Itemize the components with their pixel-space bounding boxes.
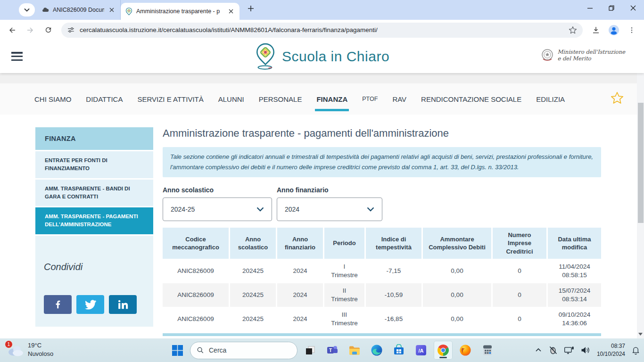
display-network-icon[interactable] bbox=[564, 346, 574, 355]
edge-icon bbox=[371, 344, 383, 356]
tab-search-button[interactable] bbox=[19, 3, 35, 16]
taskbar-search[interactable]: Cerca bbox=[190, 342, 297, 359]
table-footer-bar bbox=[163, 333, 601, 336]
weather-widget[interactable]: 1 19°C Nuvoloso bbox=[7, 341, 53, 358]
profile-avatar[interactable] bbox=[606, 23, 621, 38]
tray-chevron-up-icon[interactable] bbox=[535, 346, 542, 354]
school-year-filter: Anno scolastico 2024-25 bbox=[163, 186, 272, 221]
tab-close-button[interactable] bbox=[227, 8, 235, 15]
forward-button[interactable] bbox=[23, 23, 38, 38]
table-cell: III Trimestre bbox=[324, 307, 364, 331]
nav-item-finanza[interactable]: FINANZA bbox=[316, 95, 347, 103]
table-cell: 202425 bbox=[230, 283, 276, 307]
tab-close-button[interactable] bbox=[108, 6, 116, 14]
firefox-icon bbox=[459, 344, 471, 356]
table-cell: 0 bbox=[493, 259, 546, 283]
school-year-value: 2024-25 bbox=[171, 206, 195, 213]
facebook-icon bbox=[53, 299, 63, 310]
nav-item-edilizia[interactable]: EDILIZIA bbox=[536, 95, 565, 103]
window-controls bbox=[579, 0, 644, 16]
address-bar[interactable]: cercalatuascuola.istruzione.it/cercalatu… bbox=[61, 23, 583, 38]
nav-item-rendicontazione[interactable]: RENDICONTAZIONE SOCIALE bbox=[421, 95, 521, 103]
ministry-emblem-icon bbox=[540, 48, 555, 63]
new-tab-button[interactable] bbox=[244, 2, 257, 15]
nav-item-ptof[interactable]: PTOF bbox=[362, 96, 378, 102]
microsoft-store-button[interactable] bbox=[389, 341, 408, 360]
reload-button[interactable] bbox=[41, 23, 56, 38]
downloads-button[interactable] bbox=[588, 23, 603, 38]
chevron-down-icon bbox=[367, 207, 374, 212]
scroll-down-arrow[interactable] bbox=[637, 330, 644, 337]
nav-item-personale[interactable]: PERSONALE bbox=[259, 95, 302, 103]
site-logo-text: Scuola in Chiaro bbox=[282, 49, 389, 65]
table-header-cell: Anno finanziario bbox=[277, 228, 323, 259]
fiscal-year-filter: Anno finanziario 2024 bbox=[277, 186, 382, 221]
facebook-share-button[interactable] bbox=[44, 295, 72, 314]
linkedin-share-button[interactable] bbox=[109, 295, 137, 314]
nav-item-rav[interactable]: RAV bbox=[392, 95, 406, 103]
browser-tab-inactive[interactable]: ANIC826009 Documenti in DA S bbox=[37, 0, 121, 20]
twitter-share-button[interactable] bbox=[76, 295, 104, 314]
teams-icon: T bbox=[326, 344, 339, 356]
nav-item-servizi[interactable]: SERVIZI E ATTIVITÀ bbox=[137, 95, 203, 103]
payments-table: Codice meccanografico Anno scolastico An… bbox=[163, 228, 601, 336]
teams-app-button[interactable]: T bbox=[323, 341, 342, 360]
page-scrollbar[interactable] bbox=[637, 40, 644, 338]
windows-taskbar: 1 19°C Nuvoloso Cerca T bbox=[0, 338, 644, 362]
tab-title: Amministrazione trasparente - p bbox=[136, 8, 223, 15]
table-cell: 202425 bbox=[230, 307, 276, 331]
sidebar-item-pagamenti[interactable]: AMM. TRASPARENTE - PAGAMENTI DELL'AMMINI… bbox=[35, 207, 153, 234]
linkedin-icon bbox=[118, 299, 128, 310]
content-area: FINANZA ENTRATE PER FONTI DI FINANZIAMEN… bbox=[0, 115, 644, 336]
firefox-browser-button[interactable] bbox=[456, 341, 475, 360]
table-cell: 15/07/2024 08:53:14 bbox=[548, 283, 601, 307]
table-row: ANIC826009 202425 2024 II Trimestre -10,… bbox=[163, 283, 601, 307]
chevron-down-icon bbox=[24, 8, 30, 12]
fiscal-year-select[interactable]: 2024 bbox=[277, 197, 382, 221]
sidebar-section-title[interactable]: FINANZA bbox=[35, 127, 153, 150]
window-restore-button[interactable] bbox=[601, 0, 622, 16]
slash-a-app-button[interactable]: /A bbox=[412, 341, 430, 360]
table-cell: ANIC826009 bbox=[163, 283, 229, 307]
table-cell: -10,59 bbox=[366, 283, 421, 307]
chrome-browser-button[interactable] bbox=[434, 341, 453, 360]
start-button[interactable] bbox=[168, 341, 187, 360]
star-icon bbox=[610, 91, 624, 105]
screen: ANIC826009 Documenti in DA S Amministraz… bbox=[0, 0, 644, 362]
nav-item-chi-siamo[interactable]: CHI SIAMO bbox=[34, 95, 71, 103]
volume-icon[interactable] bbox=[580, 346, 591, 355]
calculator-app-button[interactable] bbox=[478, 341, 497, 360]
header-divider-band bbox=[0, 73, 644, 83]
notification-bell-icon[interactable] bbox=[631, 346, 640, 355]
table-cell: 0,00 bbox=[423, 283, 491, 307]
browser-menu-button[interactable] bbox=[624, 23, 639, 38]
file-explorer-button[interactable] bbox=[345, 341, 364, 360]
edge-browser-button[interactable] bbox=[367, 341, 386, 360]
window-minimize-button[interactable] bbox=[579, 0, 601, 16]
favorite-star-button[interactable] bbox=[610, 91, 624, 107]
window-close-button[interactable] bbox=[622, 0, 644, 16]
pin-icon bbox=[125, 8, 132, 16]
sidebar-item-entrate[interactable]: ENTRATE PER FONTI DI FINANZIAMENTO bbox=[35, 151, 153, 178]
scrollbar-thumb[interactable] bbox=[638, 103, 644, 223]
browser-tab-active[interactable]: Amministrazione trasparente - p bbox=[121, 3, 239, 20]
taskbar-center: Cerca T bbox=[168, 341, 497, 360]
bookmark-star-icon[interactable] bbox=[569, 26, 577, 34]
nav-item-alunni[interactable]: ALUNNI bbox=[218, 95, 244, 103]
table-cell: 2024 bbox=[277, 283, 323, 307]
sidebar-item-bandi[interactable]: AMM. TRASPARENTE - BANDI DI GARA E CONTR… bbox=[35, 180, 153, 206]
table-cell: I Trimestre bbox=[324, 259, 364, 283]
back-button[interactable] bbox=[5, 23, 20, 38]
triangle-down-icon bbox=[638, 333, 643, 336]
browser-tab-bar: ANIC826009 Documenti in DA S Amministraz… bbox=[0, 0, 644, 20]
site-header: Scuola in Chiaro Ministero dell'Istruzio… bbox=[0, 40, 644, 73]
scuola-in-chiaro-pin-icon bbox=[255, 43, 276, 70]
tab-title: ANIC826009 Documenti in DA S bbox=[53, 7, 104, 13]
page-title: Amministrazione trasparente - pagamenti … bbox=[163, 127, 601, 140]
taskbar-clock[interactable]: 08:37 10/10/2024 bbox=[597, 342, 625, 358]
nav-item-didattica[interactable]: DIDATTICA bbox=[86, 95, 123, 103]
mouse-off-icon[interactable] bbox=[548, 346, 558, 355]
task-view-button[interactable] bbox=[301, 341, 320, 360]
school-year-select[interactable]: 2024-25 bbox=[163, 197, 272, 221]
main-content: Amministrazione trasparente - pagamenti … bbox=[163, 127, 601, 336]
